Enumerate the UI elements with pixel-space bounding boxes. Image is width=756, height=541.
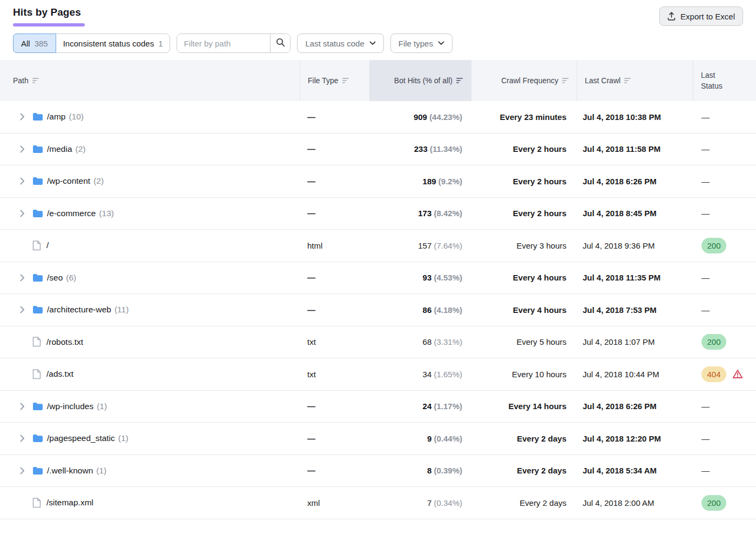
bot-hits-cell: 86 (4.18%) (369, 305, 471, 315)
status-empty-dash: — (701, 305, 710, 315)
path-label: /.well-known (47, 466, 93, 476)
column-header-file-type[interactable]: File Type (300, 60, 369, 101)
column-header-file-type-label: File Type (308, 75, 339, 86)
path-label: /pagespeed_static (47, 433, 115, 443)
path-count: (1) (96, 466, 106, 476)
last-crawl-cell: Jul 4, 2018 11:35 PM (577, 273, 693, 282)
chevron-right-icon[interactable] (18, 209, 26, 218)
path-label: /wp-content (47, 176, 90, 186)
column-header-last-crawl[interactable]: Last Crawl (577, 60, 693, 101)
path-count: (13) (99, 209, 114, 218)
last-status-cell: 200 (693, 334, 756, 350)
chevron-right-icon[interactable] (18, 434, 26, 443)
search-button[interactable] (270, 34, 290, 52)
last-crawl-cell: Jul 4, 2018 10:44 PM (577, 370, 693, 379)
table-row[interactable]: /sitemap.xml xml 7 (0.34%) Every 2 days … (0, 487, 756, 519)
file-type-cell: txt (300, 337, 369, 346)
file-types-dropdown-label: File types (399, 39, 433, 48)
bot-hits-cell: 157 (7.64%) (369, 241, 471, 250)
path-cell: /wp-content (2) (0, 176, 300, 186)
path-count: (1) (118, 433, 129, 443)
crawl-frequency-cell: Every 4 hours (471, 273, 577, 282)
table-row[interactable]: /pagespeed_static (1) — 9 (0.44%) Every … (0, 423, 756, 455)
last-crawl-cell: Jul 4, 2018 9:36 PM (577, 241, 693, 250)
last-status-cell: 404 (693, 366, 756, 382)
file-type-cell: — (300, 144, 369, 153)
top-bar: Hits by Pages Export to Excel (0, 0, 756, 26)
crawl-frequency-cell: Every 5 hours (471, 337, 577, 346)
chevron-right-icon[interactable] (18, 402, 26, 411)
status-empty-dash: — (701, 177, 710, 186)
chevron-right-icon[interactable] (18, 305, 26, 314)
path-label: /robots.txt (46, 337, 83, 347)
chevron-right-icon[interactable] (18, 273, 26, 282)
path-filter-input[interactable] (177, 34, 270, 52)
table-row[interactable]: /robots.txt txt 68 (3.31%) Every 5 hours… (0, 326, 756, 359)
path-label: /e-commerce (47, 209, 96, 218)
last-status-code-dropdown-label: Last status code (305, 39, 364, 48)
tab-all[interactable]: All 385 (13, 34, 56, 53)
path-cell: /pagespeed_static (1) (0, 433, 300, 443)
chevron-right-icon[interactable] (18, 466, 26, 475)
path-label: /ads.txt (46, 369, 73, 379)
column-header-path-label: Path (13, 75, 29, 86)
path-cell: /wp-includes (1) (0, 402, 300, 411)
chevron-right-icon[interactable] (18, 112, 26, 121)
search-icon (276, 38, 285, 49)
table-row[interactable]: / html 157 (7.64%) Every 3 hours Jul 4, … (0, 230, 756, 262)
column-header-crawl-frequency[interactable]: Crawl Frequency (471, 60, 577, 101)
page-title: Hits by Pages (13, 6, 85, 18)
path-cell: /amp (10) (0, 112, 300, 122)
last-crawl-cell: Jul 4, 2018 6:26 PM (577, 402, 693, 411)
last-status-cell: — (693, 434, 756, 443)
crawl-frequency-cell: Every 2 hours (471, 209, 577, 218)
filter-bar: All 385 Inconsistent status codes 1 Last… (0, 26, 756, 53)
table-row[interactable]: /media (2) — 233 (11.34%) Every 2 hours … (0, 133, 756, 166)
crawl-frequency-cell: Every 14 hours (471, 402, 577, 411)
file-icon (32, 337, 41, 347)
chevron-right-icon[interactable] (18, 177, 26, 185)
table-row[interactable]: /seo (6) — 93 (4.53%) Every 4 hours Jul … (0, 262, 756, 295)
file-type-cell: — (300, 209, 369, 218)
upload-icon (667, 12, 676, 21)
table-row[interactable]: /wp-includes (1) — 24 (1.17%) Every 14 h… (0, 391, 756, 423)
table-row[interactable]: /wp-content (2) — 189 (9.2%) Every 2 hou… (0, 165, 756, 198)
path-count: (2) (93, 176, 104, 186)
table-row[interactable]: /ads.txt txt 34 (1.65%) Every 10 hours J… (0, 358, 756, 391)
table-row[interactable]: /architecture-web (11) — 86 (4.18%) Ever… (0, 294, 756, 326)
status-empty-dash: — (701, 144, 710, 153)
table-row[interactable]: /.well-known (1) — 8 (0.39%) Every 2 day… (0, 455, 756, 487)
status-badge: 404 (701, 366, 726, 382)
path-cell: /media (2) (0, 144, 300, 154)
folder-icon (32, 145, 43, 153)
column-header-bot-hits-label: Bot Hits (% of all) (394, 75, 453, 86)
status-empty-dash: — (701, 209, 710, 218)
table-body: /amp (10) — 909 (44.23%) Every 23 minute… (0, 101, 756, 519)
folder-icon (32, 434, 43, 443)
chevron-right-icon[interactable] (18, 145, 26, 153)
tab-inconsistent-status-codes[interactable]: Inconsistent status codes 1 (56, 34, 170, 52)
last-status-code-dropdown[interactable]: Last status code (297, 34, 383, 53)
status-badge: 200 (701, 495, 726, 511)
path-count: (2) (76, 144, 86, 154)
path-label: /architecture-web (47, 305, 111, 315)
path-count: (1) (97, 402, 107, 411)
last-status-cell: — (693, 177, 756, 186)
table-row[interactable]: /e-commerce (13) — 173 (8.42%) Every 2 h… (0, 198, 756, 230)
last-status-cell: — (693, 112, 756, 122)
column-header-path[interactable]: Path (0, 60, 300, 101)
tab-all-label: All (21, 39, 30, 48)
file-type-cell: txt (300, 370, 369, 379)
column-header-bot-hits[interactable]: Bot Hits (% of all) (369, 60, 471, 101)
file-icon (32, 369, 41, 379)
last-crawl-cell: Jul 4, 2018 1:07 PM (577, 337, 693, 346)
path-label: /media (47, 144, 72, 154)
export-to-excel-button[interactable]: Export to Excel (659, 6, 743, 26)
sort-icon (562, 77, 569, 84)
path-cell: /architecture-web (11) (0, 305, 300, 315)
path-cell: /ads.txt (0, 369, 300, 379)
last-crawl-cell: Jul 4, 2018 6:26 PM (577, 177, 693, 186)
file-types-dropdown[interactable]: File types (390, 34, 453, 53)
status-badge: 200 (701, 334, 726, 350)
table-row[interactable]: /amp (10) — 909 (44.23%) Every 23 minute… (0, 101, 756, 133)
